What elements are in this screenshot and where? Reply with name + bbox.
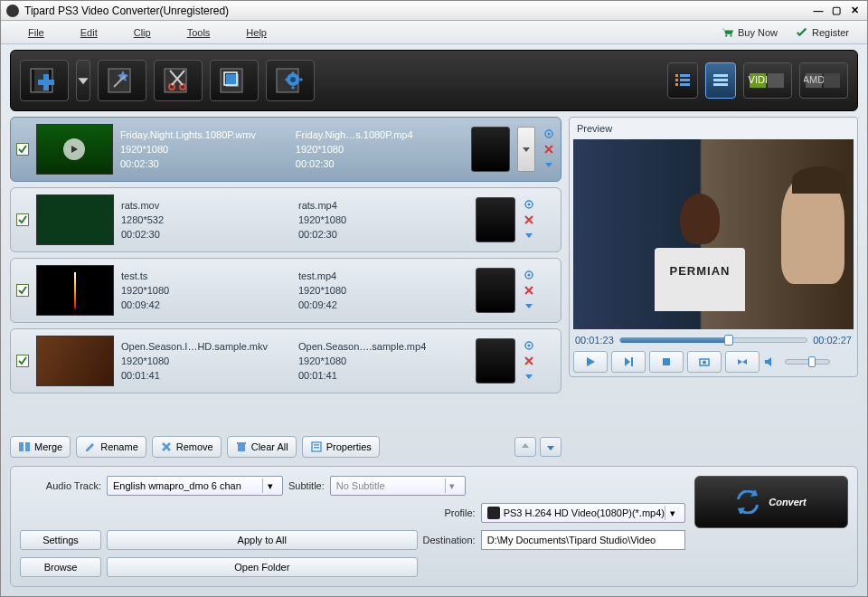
chevron-down-icon: ▾ xyxy=(445,479,459,493)
volume-slider[interactable] xyxy=(785,359,830,365)
trash-icon xyxy=(235,441,248,453)
svg-rect-39 xyxy=(25,442,30,451)
source-filename: test.ts xyxy=(121,270,291,282)
pencil-icon xyxy=(84,441,97,453)
merge-icon xyxy=(18,441,31,453)
buy-now-label: Buy Now xyxy=(738,27,778,38)
play-button[interactable] xyxy=(573,351,608,373)
close-button[interactable]: ✕ xyxy=(847,5,862,17)
audio-track-combo[interactable]: English wmapro_dmo 6 chan ▾ xyxy=(107,476,283,496)
target-filename: test.mp4 xyxy=(298,270,468,282)
profile-combo[interactable]: PS3 H.264 HD Video(1080P)(*.mp4) ▾ xyxy=(481,503,685,523)
file-thumbnail xyxy=(36,124,113,175)
source-resolution: 1920*1080 xyxy=(120,143,288,156)
destination-input[interactable]: D:\My Documents\Tipard Studio\Video xyxy=(481,530,685,550)
total-time: 00:02:27 xyxy=(813,335,852,346)
source-duration: 00:09:42 xyxy=(121,298,291,311)
target-resolution: 1920*1080 xyxy=(298,355,468,367)
minimize-button[interactable]: — xyxy=(811,5,826,17)
row-down-button[interactable] xyxy=(523,229,535,242)
file-row[interactable]: Friday.Night.Lights.1080P.wmv1920*108000… xyxy=(10,117,561,182)
subtitle-combo[interactable]: No Subtitle ▾ xyxy=(330,476,466,496)
settings-button[interactable] xyxy=(266,60,315,101)
target-device-icon xyxy=(476,268,515,313)
list-actions: Merge Rename Remove Clear All Properties xyxy=(10,433,561,460)
list-view-button[interactable] xyxy=(667,62,698,99)
file-thumbnail xyxy=(36,194,114,245)
row-down-button[interactable] xyxy=(523,299,535,312)
fullscreen-button[interactable] xyxy=(725,351,760,373)
svg-rect-15 xyxy=(675,74,678,77)
properties-button[interactable]: Properties xyxy=(302,436,380,458)
x-icon xyxy=(160,441,173,453)
file-checkbox[interactable] xyxy=(16,143,29,156)
svg-point-48 xyxy=(703,361,706,365)
move-down-button[interactable] xyxy=(540,437,561,457)
row-remove-button[interactable] xyxy=(523,213,535,226)
svg-point-33 xyxy=(528,204,531,206)
row-remove-button[interactable] xyxy=(542,143,555,156)
row-down-button[interactable] xyxy=(523,370,535,383)
file-row[interactable]: test.ts1920*108000:09:42test.mp41920*108… xyxy=(10,258,561,323)
file-row[interactable]: rats.mov1280*53200:02:30rats.mp41920*108… xyxy=(10,187,561,252)
row-settings-button[interactable] xyxy=(542,128,555,140)
open-folder-button[interactable]: Open Folder xyxy=(107,557,418,577)
maximize-button[interactable]: ▢ xyxy=(829,5,844,17)
row-settings-button[interactable] xyxy=(523,198,535,211)
target-duration: 00:02:30 xyxy=(298,228,468,241)
preview-video[interactable]: PERMIAN xyxy=(573,139,854,329)
row-remove-button[interactable] xyxy=(523,355,535,367)
crop-button[interactable] xyxy=(210,60,259,101)
add-file-dropdown[interactable] xyxy=(76,60,90,101)
menu-edit[interactable]: Edit xyxy=(62,24,116,42)
preview-panel: Preview PERMIAN 00:01:23 00:02:27 xyxy=(569,117,858,377)
browse-button[interactable]: Browse xyxy=(20,557,101,577)
menu-help[interactable]: Help xyxy=(228,24,285,42)
row-settings-button[interactable] xyxy=(523,339,535,352)
file-checkbox[interactable] xyxy=(16,355,29,367)
trim-button[interactable] xyxy=(154,60,203,101)
convert-icon xyxy=(736,490,760,514)
svg-rect-22 xyxy=(713,79,728,81)
profile-settings-button[interactable]: Settings xyxy=(20,530,101,550)
menu-clip[interactable]: Clip xyxy=(116,24,169,42)
file-row[interactable]: Open.Season.I…HD.sample.mkv1920*108000:0… xyxy=(10,328,561,393)
row-settings-button[interactable] xyxy=(523,269,535,281)
svg-rect-44 xyxy=(314,447,319,449)
merge-button[interactable]: Merge xyxy=(10,436,71,458)
step-button[interactable] xyxy=(611,351,646,373)
apply-to-all-button[interactable]: Apply to All xyxy=(107,530,418,550)
register-link[interactable]: Register xyxy=(787,25,858,40)
file-checkbox[interactable] xyxy=(16,213,29,226)
move-up-button[interactable] xyxy=(514,437,536,457)
window-title: Tipard PS3 Video Converter(Unregistered) xyxy=(24,5,811,17)
svg-rect-18 xyxy=(680,74,690,77)
svg-rect-40 xyxy=(238,444,245,451)
remove-button[interactable]: Remove xyxy=(152,436,222,458)
target-format-dropdown[interactable] xyxy=(517,127,535,172)
menu-file[interactable]: File xyxy=(10,24,62,42)
snapshot-button[interactable] xyxy=(687,351,722,373)
convert-button[interactable]: Convert xyxy=(694,476,848,528)
clear-all-button[interactable]: Clear All xyxy=(227,436,297,458)
thumbnail-view-button[interactable] xyxy=(705,62,736,99)
file-checkbox[interactable] xyxy=(16,284,29,297)
target-device-icon xyxy=(476,338,515,384)
target-meta: Open.Season….sample.mp41920*108000:01:41 xyxy=(298,340,468,383)
effect-button[interactable] xyxy=(98,60,146,101)
menu-tools[interactable]: Tools xyxy=(169,24,229,42)
seek-slider[interactable] xyxy=(619,337,807,343)
buy-now-link[interactable]: Buy Now xyxy=(712,25,787,40)
row-remove-button[interactable] xyxy=(523,284,535,297)
preview-label: Preview xyxy=(573,121,854,136)
row-down-button[interactable] xyxy=(542,158,555,171)
profile-label: Profile: xyxy=(423,507,476,518)
target-duration: 00:09:42 xyxy=(298,298,468,311)
rename-button[interactable]: Rename xyxy=(76,436,146,458)
chevron-down-icon: ▾ xyxy=(262,479,277,493)
source-filename: rats.mov xyxy=(121,199,291,212)
ps3-icon xyxy=(487,507,500,519)
add-file-button[interactable] xyxy=(20,60,69,101)
target-duration: 00:01:41 xyxy=(298,369,468,382)
stop-button[interactable] xyxy=(649,351,684,373)
